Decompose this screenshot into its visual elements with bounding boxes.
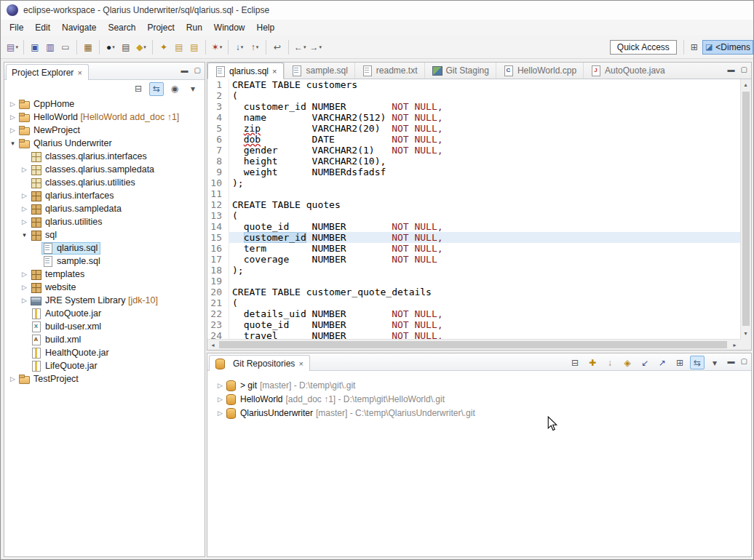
maximize-icon[interactable]: ▢: [741, 357, 747, 365]
tree-item-sql[interactable]: ▾sql: [4, 228, 205, 241]
tree-item-newproject[interactable]: ▷NewProject: [4, 124, 205, 137]
tree-twistie-icon[interactable]: ▷: [19, 192, 30, 199]
scroll-right-icon[interactable]: ▸: [729, 340, 740, 351]
dropdown-arrow-icon[interactable]: ▾: [15, 44, 18, 50]
tree-twistie-icon[interactable]: ▷: [19, 297, 30, 304]
vertical-scrollbar-thumb[interactable]: [742, 92, 750, 326]
perspective-button[interactable]: ◪ <Dimens: [702, 40, 753, 55]
back-icon[interactable]: ←▾: [293, 39, 308, 55]
dropdown-arrow-icon[interactable]: ▾: [112, 44, 115, 50]
scroll-left-icon[interactable]: ◂: [207, 340, 218, 351]
tree-item-qlarius-interfaces[interactable]: ▷qlarius.interfaces: [4, 189, 205, 202]
tree-twistie-icon[interactable]: ▷: [19, 284, 30, 291]
tree-item-testproject[interactable]: ▷TestProject: [4, 372, 205, 385]
tree-twistie-icon[interactable]: ▷: [19, 271, 30, 278]
tree-item-lifequote-jar[interactable]: LifeQuote.jar: [4, 359, 205, 372]
quick-access-box[interactable]: Quick Access: [610, 40, 677, 55]
view-menu-icon[interactable]: ▾: [707, 356, 722, 369]
scroll-down-icon[interactable]: ▾: [740, 328, 751, 339]
close-icon[interactable]: ×: [298, 360, 303, 367]
tree-twistie-icon[interactable]: ▷: [19, 166, 30, 173]
tab-qlarius-sql[interactable]: qlarius.sql×: [207, 63, 284, 79]
tree-item-jre-system-library[interactable]: ▷JRE System Library [jdk-10]: [4, 294, 205, 307]
menu-run[interactable]: Run: [180, 20, 208, 35]
tree-twistie-icon[interactable]: ▷: [215, 396, 226, 403]
tree-item-classes-qlarius-sampledata[interactable]: ▷classes.qlarius.sampledata: [4, 163, 205, 176]
repo-row-qlariusunderwriter[interactable]: ▷QlariusUnderwriter[master] - C:\temp\Ql…: [207, 406, 751, 420]
last-edit-location-icon[interactable]: ↩: [270, 39, 285, 55]
menu-search[interactable]: Search: [102, 20, 141, 35]
tab-helloworld-cpp[interactable]: HelloWorld.cpp: [496, 63, 583, 79]
tab-sample-sql[interactable]: sample.sql: [284, 63, 354, 79]
menu-navigate[interactable]: Navigate: [56, 20, 102, 35]
tree-item-build-user-xml[interactable]: build-user.xml: [4, 320, 205, 333]
tree-twistie-icon[interactable]: ▷: [7, 127, 18, 134]
menu-window[interactable]: Window: [208, 20, 251, 35]
project-explorer-tab[interactable]: Project Explorer ×: [6, 64, 89, 80]
tree-item-qlarius-sampledata[interactable]: ▷qlarius.sampledata: [4, 202, 205, 215]
maximize-icon[interactable]: ▢: [741, 65, 747, 73]
link-with-selection-icon[interactable]: ⇆: [690, 356, 705, 369]
tree-twistie-icon[interactable]: ▷: [7, 375, 18, 383]
tab-readme-txt[interactable]: readme.txt: [354, 63, 424, 79]
menu-project[interactable]: Project: [141, 20, 180, 35]
git-repositories-tab[interactable]: Git Repositories ×: [209, 355, 310, 371]
fetch-icon[interactable]: ↙: [638, 356, 652, 369]
new-java-project-icon[interactable]: ▦: [81, 39, 95, 55]
minimize-icon[interactable]: ▬: [181, 66, 188, 74]
tab-git-staging[interactable]: Git Staging: [424, 63, 496, 79]
tab-autoquote-java[interactable]: AutoQuote.java: [583, 63, 672, 79]
dropdown-arrow-icon[interactable]: ▾: [303, 44, 306, 50]
open-resource-icon[interactable]: ▤: [187, 39, 202, 55]
dropdown-arrow-icon[interactable]: ▾: [256, 44, 259, 50]
tree-twistie-icon[interactable]: ▷: [19, 205, 30, 212]
menu-file[interactable]: File: [4, 20, 29, 35]
dropdown-arrow-icon[interactable]: ▾: [320, 44, 322, 50]
focus-icon[interactable]: ◉: [167, 82, 182, 96]
tree-item-healthquote-jar[interactable]: HealthQuote.jar: [4, 346, 205, 359]
previous-annotation-icon[interactable]: ↑▾: [247, 39, 262, 55]
link-with-editor-icon[interactable]: ⇆: [149, 82, 164, 96]
tree-item-classes-qlarius-utilities[interactable]: classes.qlarius.utilities: [4, 176, 205, 189]
close-icon[interactable]: ×: [272, 67, 277, 76]
run-as-icon[interactable]: ◆▾: [134, 39, 148, 55]
editor-horizontal-scrollbar[interactable]: ◂ ▸: [207, 339, 740, 350]
tree-item-build-xml[interactable]: build.xml: [4, 333, 205, 346]
open-type-icon[interactable]: ▤: [172, 39, 186, 55]
code-editor[interactable]: 1CREATE TABLE customers2(3 customer_id N…: [207, 79, 740, 339]
minimize-icon[interactable]: ▬: [728, 65, 735, 73]
view-menu-icon[interactable]: ▾: [186, 82, 200, 96]
hierarchy-icon[interactable]: ⊞: [672, 356, 687, 369]
create-repository-icon[interactable]: ◈: [620, 356, 635, 369]
tree-twistie-icon[interactable]: ▾: [7, 140, 18, 147]
tree-item-templates[interactable]: ▷templates: [4, 268, 205, 281]
tree-item-sample-sql[interactable]: sample.sql: [4, 255, 205, 268]
open-console-icon[interactable]: ▤: [119, 39, 133, 55]
tree-twistie-icon[interactable]: ▷: [215, 382, 226, 389]
menu-edit[interactable]: Edit: [29, 20, 56, 35]
clone-repository-icon[interactable]: ↓: [603, 356, 617, 369]
next-annotation-icon[interactable]: ↓▾: [232, 39, 247, 55]
titlebar[interactable]: eclipse-workspace - Qlarius Underwriter/…: [1, 1, 753, 20]
tree-item-website[interactable]: ▷website: [4, 281, 205, 294]
tree-item-classes-qlarius-interfaces[interactable]: classes.qlarius.interfaces: [4, 150, 205, 163]
tree-item-qlarius-sql[interactable]: qlarius.sql: [4, 241, 205, 255]
external-tools-icon[interactable]: ✶▾: [210, 39, 224, 55]
push-icon[interactable]: ↗: [655, 356, 670, 369]
collapse-all-icon[interactable]: ⊟: [568, 356, 582, 369]
minimize-icon[interactable]: ▬: [728, 357, 735, 365]
horizontal-scrollbar-thumb[interactable]: [219, 341, 727, 348]
dropdown-arrow-icon[interactable]: ▾: [220, 44, 223, 50]
save-all-icon[interactable]: ▥: [43, 39, 57, 55]
search-icon[interactable]: ✦: [156, 39, 171, 55]
new-wizard-icon[interactable]: ▤▾: [5, 39, 20, 55]
tree-twistie-icon[interactable]: ▷: [19, 218, 30, 225]
dropdown-arrow-icon[interactable]: ▾: [143, 44, 146, 50]
menu-help[interactable]: Help: [251, 20, 281, 35]
close-icon[interactable]: ×: [77, 69, 82, 76]
scroll-up-icon[interactable]: ▴: [740, 79, 751, 90]
forward-icon[interactable]: →▾: [309, 39, 324, 55]
tree-twistie-icon[interactable]: ▷: [7, 100, 18, 108]
save-icon[interactable]: ▣: [28, 39, 42, 55]
tree-item-helloworld[interactable]: ▷HelloWorld [HelloWorld add_doc ↑1]: [4, 111, 205, 124]
